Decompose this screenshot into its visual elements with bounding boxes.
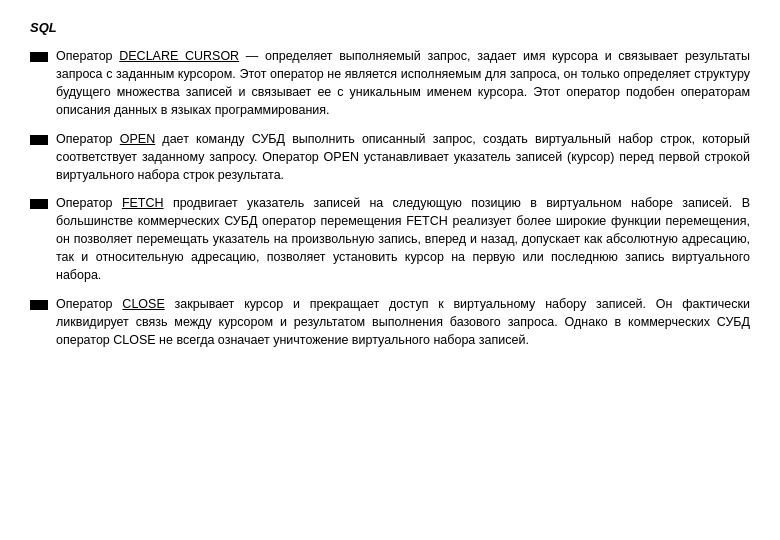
keyword-open: OPEN xyxy=(120,132,155,146)
bullet-marker xyxy=(30,135,48,145)
list-item: Оператор FETCH продвигает указатель запи… xyxy=(30,194,750,285)
bullet-text: Оператор FETCH продвигает указатель запи… xyxy=(56,194,750,285)
text-before-1: Оператор xyxy=(56,49,119,63)
text-before-3: Оператор xyxy=(56,196,122,210)
list-item: Оператор DECLARE CURSOR — определяет вып… xyxy=(30,47,750,120)
keyword-fetch: FETCH xyxy=(122,196,164,210)
keyword-close: CLOSE xyxy=(122,297,164,311)
text-before-4: Оператор xyxy=(56,297,122,311)
bullet-marker xyxy=(30,199,48,209)
list-item: Оператор CLOSE закрывает курсор и прекра… xyxy=(30,295,750,349)
text-before-2: Оператор xyxy=(56,132,120,146)
bullet-list: Оператор DECLARE CURSOR — определяет вып… xyxy=(30,47,750,349)
keyword-declare-cursor: DECLARE CURSOR xyxy=(119,49,239,63)
text-after-2: дает команду СУБД выполнить описанный за… xyxy=(56,132,750,182)
page-content: SQL Оператор DECLARE CURSOR — определяет… xyxy=(0,0,780,379)
bullet-text: Оператор DECLARE CURSOR — определяет вып… xyxy=(56,47,750,120)
list-item: Оператор OPEN дает команду СУБД выполнит… xyxy=(30,130,750,184)
bullet-text: Оператор CLOSE закрывает курсор и прекра… xyxy=(56,295,750,349)
bullet-marker xyxy=(30,300,48,310)
bullet-text: Оператор OPEN дает команду СУБД выполнит… xyxy=(56,130,750,184)
section-title: SQL xyxy=(30,20,750,35)
bullet-marker xyxy=(30,52,48,62)
